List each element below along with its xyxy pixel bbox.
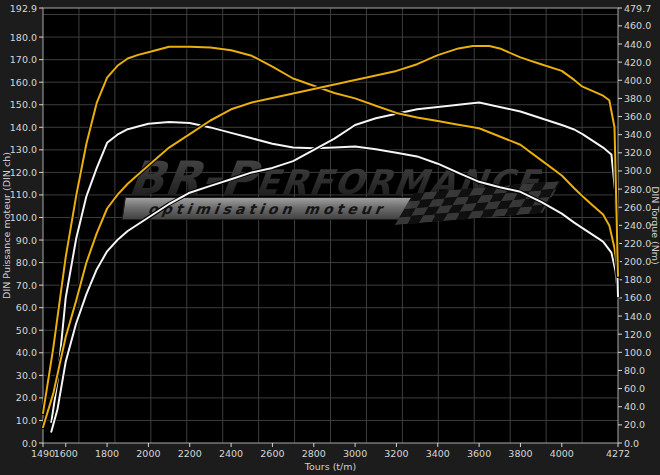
dyno-chart: 192.9180.0170.0160.0150.0140.0130.0120.0…: [0, 0, 660, 475]
curve-torque-stock: [51, 122, 618, 422]
curve-halo-torque-stock: [51, 122, 618, 422]
chart-curves-layer: [0, 0, 660, 475]
curve-power-tuned: [43, 46, 618, 427]
curve-halo-power-tuned: [43, 46, 618, 427]
